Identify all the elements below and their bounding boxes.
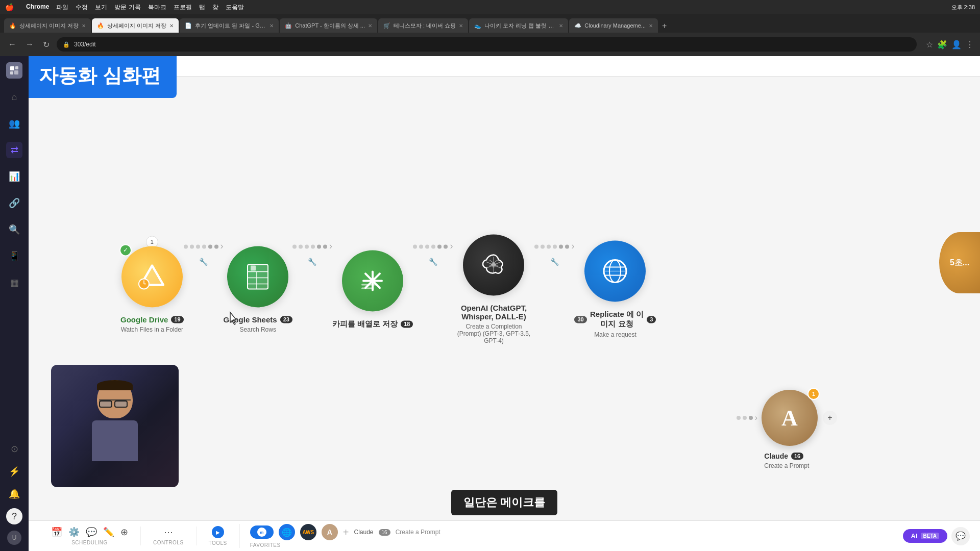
- sidebar-search-icon[interactable]: 🔍: [6, 221, 22, 238]
- partial-node[interactable]: 5초...: [939, 232, 980, 293]
- node-title-openai: OpenAI (ChatGPT, Whisper, DALL-E): [453, 304, 534, 321]
- tab-label: 테니스모자 : 네이버 쇼핑: [394, 22, 456, 30]
- star-icon[interactable]: ☆: [926, 40, 933, 49]
- sidebar-avatar[interactable]: U: [7, 531, 21, 545]
- node-title-text-gdrive: Google Drive: [120, 315, 168, 324]
- menu-bookmarks[interactable]: 북마크: [148, 3, 166, 12]
- back-nav-button[interactable]: ←: [6, 39, 18, 50]
- node-gsheets[interactable]: [227, 246, 288, 307]
- browser-tab-4[interactable]: 🛒테니스모자 : 네이버 쇼핑✕: [378, 18, 468, 33]
- tab-close-icon[interactable]: ✕: [169, 23, 174, 29]
- connector-dot: [214, 244, 218, 248]
- anthropic-title: Claude 16: [764, 452, 809, 460]
- fav-plus-icon[interactable]: +: [343, 527, 349, 538]
- anthropic-add-button[interactable]: +: [823, 411, 837, 425]
- svg-rect-14: [251, 265, 256, 270]
- tab-close-icon[interactable]: ✕: [368, 23, 372, 29]
- ai-beta-button[interactable]: AI BETA: [903, 529, 947, 543]
- browser-tab-1[interactable]: 🔥상세페이지 이미지 저장✕: [92, 18, 179, 33]
- menu-profile[interactable]: 프로필: [174, 3, 192, 12]
- settings-icon[interactable]: ⚙️: [68, 527, 80, 538]
- partial-node-label: 5초...: [950, 258, 969, 268]
- sidebar-bottom: ⊙ ⚡ 🔔 ? U: [6, 441, 22, 545]
- menu-help[interactable]: 도움말: [226, 3, 244, 12]
- sidebar-notifications-icon[interactable]: 🔔: [6, 486, 22, 502]
- node-gdrive[interactable]: ✓: [121, 246, 183, 307]
- browser-tab-6[interactable]: ☁️Cloudinary Manageme...✕: [569, 18, 658, 33]
- menu-tab[interactable]: 탭: [199, 3, 205, 12]
- node-replicate[interactable]: [584, 240, 646, 302]
- menu-window[interactable]: 창: [212, 3, 218, 12]
- sidebar-history-icon[interactable]: ⊙: [6, 441, 22, 457]
- sidebar-analytics-icon[interactable]: 📊: [6, 168, 22, 185]
- browser-tab-5[interactable]: 👟나이키 모자 리닝 탭 불릿 대...✕: [469, 18, 568, 33]
- macos-bar: 🍎 Chrome 파일 수정 보기 방문 기록 북마크 프로필 탭 창 도움말 …: [0, 0, 980, 14]
- refresh-button[interactable]: ↻: [41, 39, 52, 51]
- claude-name: Claude: [354, 529, 373, 536]
- canvas-area[interactable]: 1 ✓ Google Drive 19 Watch Files in a Fo: [29, 77, 980, 520]
- globe-emoji: 🌐: [282, 528, 292, 537]
- tools-icons: ▶: [212, 526, 224, 538]
- menu-file[interactable]: 파일: [56, 3, 68, 12]
- anthropic-count-badge: 16: [791, 453, 803, 460]
- favorites-items: 일단은 메이크를 m 🌐 AWS A: [250, 524, 895, 540]
- browser-tab-0[interactable]: 🔥상세페이지 이미지 저장✕: [4, 18, 91, 33]
- anthropic-node[interactable]: A 1: [762, 390, 818, 446]
- tab-close-icon[interactable]: ✕: [559, 23, 563, 29]
- node-subtitle-gdrive: Watch Files in a Folder: [120, 326, 184, 333]
- connector-dot: [541, 244, 545, 248]
- node-openai[interactable]: [463, 234, 524, 295]
- sidebar-plugins-icon[interactable]: ⚡: [6, 463, 22, 480]
- more-icon[interactable]: ⋯: [164, 527, 173, 538]
- sidebar-help-icon[interactable]: ?: [6, 508, 22, 524]
- sidebar-template-icon[interactable]: ▦: [6, 274, 22, 291]
- sidebar-device-icon[interactable]: 📱: [6, 248, 22, 264]
- tab-favicon: 🛒: [383, 22, 390, 29]
- node-label-replicate: 30 Replicate 에 이미지 요청 3 Make a request: [574, 310, 656, 338]
- browser-tab-3[interactable]: 🤖ChatGPT - 한이름의 상세 ...✕: [280, 18, 377, 33]
- snap-icon[interactable]: ⊕: [120, 527, 128, 538]
- menu-dots[interactable]: ⋮: [966, 40, 974, 49]
- fav-make-button[interactable]: m: [250, 525, 274, 539]
- sidebar-home-icon[interactable]: ⌂: [6, 89, 22, 105]
- chat-button[interactable]: 💬: [951, 527, 970, 545]
- sidebar-link-icon[interactable]: 🔗: [6, 195, 22, 211]
- forward-nav-button[interactable]: →: [23, 39, 36, 50]
- account-icon[interactable]: 👤: [951, 40, 962, 49]
- edit-icon[interactable]: ✏️: [103, 527, 114, 538]
- browser-chrome: 🔥상세페이지 이미지 저장✕🔥상세페이지 이미지 저장✕📄후기 업데이트 된 파…: [0, 14, 980, 56]
- tab-close-icon[interactable]: ✕: [82, 23, 86, 29]
- tab-label: 상세페이지 이미지 저장: [19, 22, 79, 30]
- make-logo: m: [257, 528, 266, 537]
- extension-icon[interactable]: 🧩: [937, 40, 947, 49]
- tools-play-icon[interactable]: ▶: [212, 526, 224, 538]
- tab-favicon: 🔥: [9, 22, 16, 29]
- browser-tab-2[interactable]: 📄후기 업데이트 된 파일 - Goo...✕: [180, 18, 279, 33]
- glasses-left: [99, 400, 112, 408]
- person-body: [92, 420, 138, 461]
- fav-globe-icon[interactable]: 🌐: [279, 524, 295, 540]
- tab-close-icon[interactable]: ✕: [649, 23, 653, 29]
- node-title-text-openai: OpenAI (ChatGPT, Whisper, DALL-E): [453, 304, 534, 321]
- tab-close-icon[interactable]: ✕: [270, 23, 274, 29]
- sidebar-team-icon[interactable]: 👥: [6, 115, 22, 132]
- tab-close-icon[interactable]: ✕: [459, 23, 463, 29]
- fav-aws-icon[interactable]: AWS: [300, 524, 316, 540]
- node-wrapper-openai: OpenAI (ChatGPT, Whisper, DALL-E) Create…: [453, 234, 534, 344]
- tab-label: ChatGPT - 한이름의 상세 ...: [295, 22, 365, 30]
- menu-edit[interactable]: 수정: [76, 3, 88, 12]
- node-copy[interactable]: [342, 250, 403, 311]
- arrow-icon: ›: [755, 413, 757, 422]
- menu-chrome[interactable]: Chrome: [26, 3, 49, 12]
- menu-history[interactable]: 방문 기록: [114, 3, 140, 12]
- comment-icon[interactable]: 💬: [86, 527, 97, 538]
- calendar-icon[interactable]: 📅: [51, 527, 62, 538]
- fav-anthropic-icon[interactable]: A: [322, 524, 338, 540]
- sidebar-share-icon[interactable]: ⇄: [6, 142, 22, 158]
- tooltip-text: 일단은 메이크를: [463, 496, 545, 509]
- new-tab-button[interactable]: +: [659, 21, 670, 31]
- address-bar[interactable]: 🔒 303/edit: [57, 37, 917, 52]
- node-title-text-replicate: Replicate 에 이미지 요청: [590, 310, 644, 329]
- controls-section: ⋯ CONTROLS: [141, 527, 197, 545]
- menu-view[interactable]: 보기: [95, 3, 107, 12]
